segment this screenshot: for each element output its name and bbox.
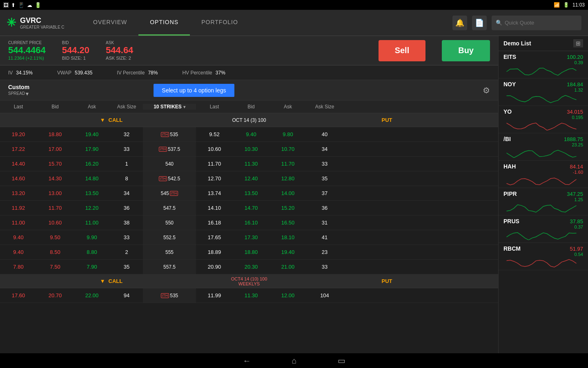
put-ask: 9.80 (270, 131, 306, 137)
call-ask-size: 32 (110, 131, 143, 137)
table-row[interactable]: 9.40 9.50 9.90 33 552.5 17.65 17.30 18.1… (0, 230, 498, 245)
ith-badge-left: ITH (161, 293, 169, 298)
table-row[interactable]: 11.00 10.60 11.00 38 550 16.18 16.10 16.… (0, 215, 498, 230)
vwap-stat: VWAP 539.435 (57, 70, 92, 76)
call-ask: 11.00 (74, 220, 110, 226)
strike-cell: 552.5 (143, 230, 196, 245)
quick-quote-input[interactable] (505, 20, 577, 26)
sell-button[interactable]: Sell (379, 40, 426, 61)
settings-button[interactable]: ⚙ (483, 85, 490, 95)
document-button[interactable]: 📄 (472, 16, 487, 30)
watchlist-ticker: RBCM (503, 245, 521, 252)
put-bid: 16.10 (233, 220, 270, 226)
strike-value: 550 (165, 220, 174, 226)
strikes-selector[interactable]: 10 STRIKES ▾ (143, 104, 196, 110)
tab-overview[interactable]: OVERVIEW (82, 10, 138, 36)
logo-section: ✳ GVRC GREATER VARIABLE C (0, 16, 82, 29)
col-put-ask-size: Ask Size (306, 104, 343, 110)
call-ask-size: 34 (110, 190, 143, 196)
call-ask: 13.50 (74, 190, 110, 196)
strike-value: 535 (170, 293, 178, 298)
strike-cell: 555 (143, 245, 196, 259)
put-last: 12.70 (196, 175, 233, 182)
watchlist-item-top: HAH 84.14 (503, 163, 583, 170)
call-ask: 14.80 (74, 175, 110, 182)
table-row[interactable]: 11.92 11.70 12.20 36 547.5 14.10 14.70 1… (0, 201, 498, 215)
list-item[interactable]: RBCM 51.97 0.54 (499, 243, 588, 270)
list-item[interactable]: YO 34.015 0.195 (499, 106, 588, 133)
home-button[interactable]: ⌂ (287, 355, 301, 367)
watchlist-price: 347.25 (567, 191, 583, 197)
col-call-ask-size: Ask Size (110, 104, 143, 110)
iv-value: 34.15% (16, 70, 33, 76)
table-row[interactable]: 17.22 17.00 17.90 33 ITH 537.5 10.60 10.… (0, 142, 498, 157)
put-ask: 14.00 (270, 190, 306, 196)
current-price-label: CURRENT PRICE (8, 40, 46, 45)
bid-value: 544.20 (62, 45, 89, 56)
buy-button[interactable]: Buy (442, 40, 490, 61)
call-bid: 8.50 (37, 249, 74, 255)
put-ask-size: 31 (306, 220, 343, 226)
list-item[interactable]: HAH 84.14 -1.60 (499, 161, 588, 188)
strike-value: 547.5 (163, 205, 176, 211)
put-header-1: PUT (276, 117, 498, 123)
col-call-last: Last (0, 104, 37, 110)
tab-portfolio[interactable]: PORTFOLIO (190, 10, 249, 36)
iv-stat: IV 34.15% (8, 70, 33, 76)
call-header-2: ▼ CALL (0, 278, 223, 284)
tablet-icon: 📱 (18, 2, 24, 8)
iv-percentile-label: IV Percentile (117, 70, 145, 76)
notification-button[interactable]: 🔔 (452, 16, 467, 30)
table-row[interactable]: 17.60 20.70 22.00 94 ITH 535 11.99 11.30… (0, 288, 498, 303)
watchlist: EITS 100.20 0.39 NOY 184.84 1.32 YO 34.0… (499, 51, 588, 353)
call-ask-size: 1 (110, 161, 143, 167)
table-row[interactable]: 19.20 18.80 19.40 32 ITH 535 9.52 9.40 9… (0, 127, 498, 142)
watchlist-change: 0.195 (503, 115, 583, 120)
strike-cell: 547.5 (143, 201, 196, 215)
put-ask: 16.50 (270, 220, 306, 226)
watchlist-change: 23.25 (503, 142, 583, 147)
select-legs-button[interactable]: Select up to 4 option legs (154, 84, 234, 97)
current-price-value: 544.4464 (8, 45, 46, 56)
call-last: 19.20 (0, 131, 37, 137)
put-bid: 18.80 (233, 249, 270, 255)
bottom-nav: ← ⌂ ▭ (0, 353, 588, 368)
quick-quote-wrapper[interactable]: 🔍 (492, 16, 581, 30)
put-last: 13.74 (196, 190, 233, 196)
put-ask: 12.00 (270, 292, 306, 298)
watchlist-chart (503, 121, 583, 130)
vwap-label: VWAP (57, 70, 71, 76)
list-item[interactable]: /BI 1888.75 23.25 (499, 133, 588, 161)
status-bar-right: 📶 🔋 11:03 (554, 2, 585, 8)
expand-button[interactable]: ⊞ (573, 39, 583, 47)
table-row[interactable]: 14.60 14.30 14.80 8 ITH 542.5 12.70 12.4… (0, 171, 498, 186)
call-last: 9.40 (0, 249, 37, 255)
iv-label: IV (8, 70, 13, 76)
call-bid: 15.70 (37, 161, 74, 167)
table-row[interactable]: 14.40 15.70 16.20 1 540 11.70 11.30 11.7… (0, 157, 498, 171)
table-row[interactable]: 9.40 8.50 8.80 2 555 18.89 18.80 19.40 2… (0, 245, 498, 260)
list-item[interactable]: EITS 100.20 0.39 (499, 51, 588, 79)
tab-options[interactable]: OPTIONS (138, 10, 190, 36)
list-item[interactable]: PIPR 347.25 1.25 (499, 188, 588, 215)
call-ask: 22.00 (74, 292, 110, 298)
list-item[interactable]: NOY 184.84 1.32 (499, 79, 588, 106)
put-ask: 11.70 (270, 161, 306, 167)
hv-percentile-stat: HV Percentile 37% (182, 70, 225, 76)
back-button[interactable]: ← (238, 355, 255, 367)
table-row[interactable]: 7.80 7.50 7.90 35 557.5 20.90 20.30 21.0… (0, 260, 498, 274)
list-item[interactable]: PRUS 37.85 0.37 (499, 215, 588, 243)
recent-button[interactable]: ▭ (334, 354, 350, 367)
ticker-info: GVRC GREATER VARIABLE C (20, 16, 65, 29)
watchlist-chart (503, 203, 583, 213)
table-row[interactable]: 13.20 13.00 13.50 34 545 ITH 13.74 13.50… (0, 186, 498, 201)
photo-icon: 🖼 (3, 2, 9, 8)
section-2-rows: 17.60 20.70 22.00 94 ITH 535 11.99 11.30… (0, 288, 498, 303)
watchlist-price: 84.14 (570, 164, 583, 170)
put-last: 16.18 (196, 220, 233, 226)
call-ask: 16.20 (74, 161, 110, 167)
expiry-2: OCT4 14 (10) 100WEEKLYS (223, 276, 276, 286)
strike-cell: ITH 535 (143, 288, 196, 303)
strike-cell: 540 (143, 157, 196, 171)
strike-cell: 545 ITH (143, 186, 196, 200)
